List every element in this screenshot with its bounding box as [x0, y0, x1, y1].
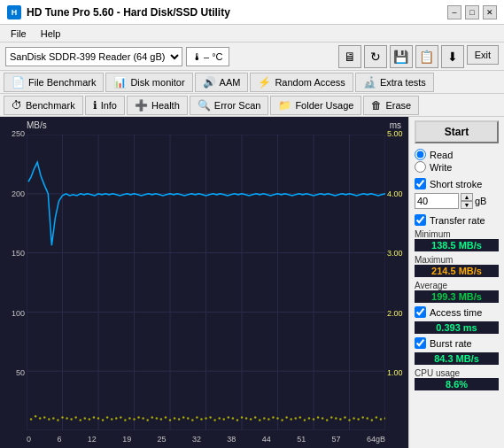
access-time-label: Access time [430, 307, 482, 318]
down-button[interactable]: ⬇ [441, 45, 464, 68]
svg-point-76 [295, 417, 297, 420]
chart-svg [27, 135, 385, 430]
maximize-button[interactable]: □ [465, 5, 479, 19]
maximum-section: Maximum 214.5 MB/s [415, 255, 499, 277]
file-benchmark-button[interactable]: 📄 File Benchmark [4, 73, 104, 92]
benchmark-tab[interactable]: ⏱ Benchmark [4, 96, 83, 115]
stroke-down-button[interactable]: ▼ [461, 201, 473, 209]
extra-tests-icon: 🔬 [363, 76, 376, 89]
burst-rate-value: 84.3 MB/s [415, 352, 499, 365]
svg-point-17 [30, 418, 32, 421]
start-button[interactable]: Start [415, 120, 499, 143]
svg-point-81 [317, 416, 319, 419]
info-tab[interactable]: ℹ Info [85, 96, 125, 115]
write-radio-row: Write [415, 161, 499, 173]
window-controls[interactable]: – □ ✕ [447, 5, 497, 19]
transfer-rate-checkbox[interactable] [415, 214, 426, 226]
access-time-checkbox[interactable] [415, 306, 426, 318]
menu-file[interactable]: File [7, 27, 30, 40]
save-button[interactable]: 💾 [390, 45, 413, 68]
svg-point-96 [384, 417, 385, 420]
close-button[interactable]: ✕ [483, 5, 497, 19]
svg-point-80 [313, 418, 314, 421]
file-benchmark-icon: 📄 [12, 76, 25, 89]
cpu-usage-value: 8.6% [415, 378, 499, 390]
menu-bar: File Help [0, 25, 504, 42]
read-radio[interactable] [415, 149, 426, 160]
svg-point-41 [137, 416, 139, 419]
svg-point-70 [268, 418, 269, 421]
info-icon: ℹ [93, 99, 97, 112]
svg-point-79 [308, 417, 310, 420]
refresh-button[interactable]: ↻ [364, 45, 387, 68]
exit-button[interactable]: Exit [467, 45, 499, 65]
folder-usage-icon: 📁 [278, 99, 291, 112]
chart-y-label: MB/s [27, 120, 47, 130]
file-benchmark-label: File Benchmark [28, 77, 96, 88]
aam-icon: 🔊 [203, 76, 216, 89]
info-label: Info [101, 100, 117, 111]
svg-point-35 [111, 418, 112, 421]
random-access-icon: ⚡ [258, 76, 271, 89]
hdd-button[interactable]: 🖥 [338, 45, 361, 68]
svg-point-85 [335, 417, 337, 420]
y-axis-left: 250 200 150 100 50 [0, 117, 27, 430]
minimize-button[interactable]: – [447, 5, 461, 19]
health-tab[interactable]: ➕ Health [127, 96, 188, 115]
folder-usage-label: Folder Usage [295, 100, 353, 111]
minimum-section: Minimum 138.5 MB/s [415, 229, 499, 251]
erase-tab[interactable]: 🗑 Erase [363, 96, 419, 115]
main-content: MB/s ms 250 200 150 100 50 5.00 4.00 3.0… [0, 117, 504, 448]
svg-point-23 [57, 419, 58, 421]
maximum-value: 214.5 MB/s [415, 265, 499, 277]
svg-point-48 [169, 419, 171, 421]
svg-point-32 [97, 417, 99, 420]
svg-point-42 [142, 417, 143, 420]
chart-plot [27, 135, 385, 430]
svg-point-78 [304, 419, 306, 421]
disk-monitor-icon: 📊 [113, 76, 127, 89]
menu-help[interactable]: Help [37, 27, 65, 40]
error-scan-tab[interactable]: 🔍 Error Scan [190, 96, 269, 115]
stroke-up-button[interactable]: ▲ [461, 193, 473, 201]
folder-usage-tab[interactable]: 📁 Folder Usage [270, 96, 361, 115]
svg-point-89 [353, 417, 354, 420]
extra-tests-button[interactable]: 🔬 Extra tests [355, 73, 434, 92]
random-access-button[interactable]: ⚡ Random Access [250, 73, 353, 92]
write-radio[interactable] [415, 161, 426, 173]
x-axis: 0 6 12 19 25 32 38 44 51 57 64gB [27, 430, 385, 448]
benchmark-label: Benchmark [26, 100, 75, 111]
svg-point-36 [115, 417, 117, 420]
stroke-value-row: ▲ ▼ gB [415, 193, 499, 209]
nav-row-2: ⏱ Benchmark ℹ Info ➕ Health 🔍 Error Scan… [0, 94, 504, 117]
svg-point-18 [35, 415, 36, 418]
svg-point-38 [124, 419, 126, 421]
read-write-group: Read Write [415, 149, 499, 173]
minimum-label: Minimum [415, 229, 499, 239]
svg-point-58 [213, 419, 215, 421]
short-stroke-row: Short stroke [415, 178, 499, 189]
aam-button[interactable]: 🔊 AAM [195, 73, 249, 92]
svg-point-86 [339, 418, 341, 421]
svg-point-25 [66, 417, 67, 420]
cpu-usage-label: CPU usage [415, 368, 499, 378]
svg-point-20 [43, 416, 45, 419]
erase-label: Erase [385, 100, 411, 111]
device-select[interactable]: SanDisk SDDR-399 Reader (64 gB) [5, 47, 182, 66]
maximum-label: Maximum [415, 255, 499, 265]
svg-point-37 [120, 416, 121, 419]
title-bar: H HD Tune Pro 5.60 - Hard Disk/SSD Utili… [0, 0, 504, 25]
stroke-input[interactable] [415, 193, 459, 209]
svg-point-49 [174, 417, 175, 420]
svg-point-51 [182, 416, 184, 419]
copy-button[interactable]: 📋 [415, 45, 438, 68]
svg-point-68 [259, 419, 260, 421]
disk-monitor-button[interactable]: 📊 Disk monitor [105, 73, 192, 92]
minimum-value: 138.5 MB/s [415, 239, 499, 251]
benchmark-icon: ⏱ [12, 99, 22, 112]
stroke-spinners: ▲ ▼ [461, 193, 473, 209]
svg-point-84 [330, 416, 332, 419]
burst-rate-checkbox[interactable] [415, 337, 426, 349]
short-stroke-checkbox[interactable] [415, 178, 426, 189]
transfer-rate-row: Transfer rate [415, 214, 499, 226]
